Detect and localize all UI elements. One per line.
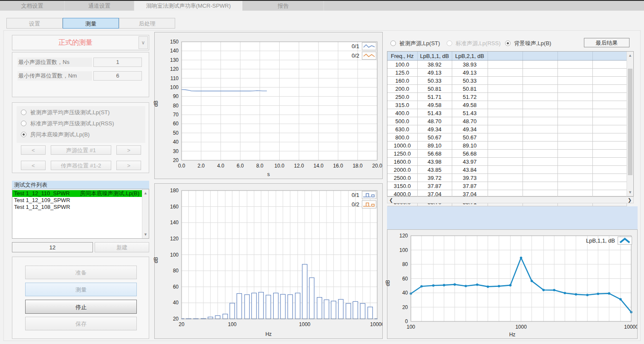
source-position-button[interactable]: 声源位置 #1 bbox=[51, 145, 111, 155]
test-file-list[interactable]: Test 1_12_110_SPWR房间本底噪声测试,Lp(B)Test 1_1… bbox=[12, 189, 149, 239]
table-row[interactable]: 200.050.8150.81 bbox=[387, 85, 627, 93]
list-item[interactable]: Test 1_12_110_SPWR房间本底噪声测试,Lp(B) bbox=[12, 190, 142, 197]
table-cell[interactable]: 2000.0 bbox=[387, 166, 417, 174]
radio-circle-icon[interactable] bbox=[21, 110, 26, 115]
prepare-button[interactable]: 准备 bbox=[25, 266, 137, 279]
mic-prev-button[interactable]: < bbox=[21, 161, 46, 170]
mic-next-button[interactable]: > bbox=[116, 161, 141, 170]
table-cell[interactable]: 50.33 bbox=[417, 77, 452, 85]
tab-document-settings[interactable]: 文档设置 bbox=[0, 1, 65, 11]
table-cell[interactable]: 1000.0 bbox=[387, 142, 417, 150]
table-cell[interactable] bbox=[488, 101, 523, 109]
table-cell[interactable] bbox=[557, 69, 592, 77]
list-item[interactable]: Test 1_12_109_SPWR bbox=[12, 197, 142, 204]
table-cell[interactable] bbox=[557, 142, 592, 150]
subtab-postprocess[interactable]: 后处理 bbox=[119, 18, 175, 29]
table-cell[interactable] bbox=[523, 109, 557, 117]
tab-channel-settings[interactable]: 通道设置 bbox=[65, 1, 134, 11]
table-row[interactable]: 1000.089.1089.10 bbox=[387, 142, 627, 150]
subtab-measure[interactable]: 测量 bbox=[63, 18, 119, 29]
table-cell[interactable]: 43.98 bbox=[417, 158, 452, 166]
scroll-up-icon[interactable]: ▲ bbox=[627, 52, 633, 58]
table-cell[interactable] bbox=[557, 101, 592, 109]
table-cell[interactable]: 800.0 bbox=[387, 133, 417, 142]
table-cell[interactable] bbox=[592, 109, 627, 117]
table-cell[interactable]: 51.43 bbox=[452, 109, 488, 117]
table-cell[interactable]: 51.71 bbox=[417, 93, 452, 101]
table-hscrollbar[interactable]: ❮ ❯ bbox=[387, 197, 634, 203]
table-cell[interactable] bbox=[592, 101, 627, 109]
view-radio-lp-st[interactable]: 被测声源,Lp(ST) bbox=[390, 40, 440, 47]
table-cell[interactable] bbox=[523, 101, 557, 109]
table-row[interactable]: 2000.043.8543.84 bbox=[387, 166, 627, 174]
table-cell[interactable]: 200.0 bbox=[387, 85, 417, 93]
table-cell[interactable] bbox=[592, 85, 627, 93]
table-row[interactable]: 1250.056.6856.68 bbox=[387, 150, 627, 158]
table-cell[interactable] bbox=[488, 166, 523, 174]
table-cell[interactable]: 49.13 bbox=[417, 69, 452, 77]
table-cell[interactable] bbox=[592, 117, 627, 125]
chevron-down-icon[interactable]: ∨ bbox=[139, 36, 148, 49]
scroll-down-icon[interactable]: ▼ bbox=[142, 231, 149, 237]
table-row[interactable]: 800.050.6750.67 bbox=[387, 133, 627, 142]
table-cell[interactable]: 50.67 bbox=[452, 133, 488, 142]
table-cell[interactable] bbox=[592, 69, 627, 77]
table-cell[interactable] bbox=[557, 133, 592, 142]
table-cell[interactable] bbox=[488, 182, 523, 190]
table-cell[interactable]: 43.97 bbox=[452, 158, 488, 166]
scroll-up-icon[interactable]: ▲ bbox=[142, 190, 149, 196]
table-cell[interactable]: 100.0 bbox=[387, 61, 417, 69]
table-cell[interactable]: 49.34 bbox=[417, 125, 452, 133]
table-cell[interactable] bbox=[557, 182, 592, 190]
table-cell[interactable]: 89.10 bbox=[417, 142, 452, 150]
radio-circle-icon[interactable] bbox=[505, 40, 511, 46]
table-cell[interactable]: 56.68 bbox=[452, 150, 488, 158]
source-prev-button[interactable]: < bbox=[21, 145, 46, 155]
table-cell[interactable] bbox=[523, 150, 557, 158]
view-radio-lp-rss[interactable]: 标准声源,Lp(RSS) bbox=[447, 40, 500, 47]
table-cell[interactable] bbox=[523, 69, 557, 77]
table-cell[interactable] bbox=[523, 166, 557, 174]
table-cell[interactable] bbox=[592, 182, 627, 190]
list-item[interactable]: Test 1_12_108_SPWR bbox=[12, 204, 142, 211]
table-cell[interactable] bbox=[523, 142, 557, 150]
table-cell[interactable]: 250.0 bbox=[387, 93, 417, 101]
table-cell[interactable] bbox=[557, 77, 592, 85]
table-cell[interactable]: 48.70 bbox=[417, 117, 452, 125]
table-cell[interactable] bbox=[592, 133, 627, 142]
table-cell[interactable] bbox=[488, 77, 523, 85]
final-result-button[interactable]: 最后结果 bbox=[584, 38, 630, 47]
table-cell[interactable] bbox=[488, 174, 523, 182]
file-count-field[interactable]: 12 bbox=[12, 242, 93, 252]
table-cell[interactable] bbox=[557, 109, 592, 117]
table-row[interactable]: 250.051.7151.72 bbox=[387, 93, 627, 101]
table-cell[interactable] bbox=[523, 133, 557, 142]
subtab-settings[interactable]: 设置 bbox=[6, 18, 63, 29]
table-cell[interactable]: 315.0 bbox=[387, 101, 417, 109]
table-cell[interactable] bbox=[557, 85, 592, 93]
table-cell[interactable] bbox=[557, 93, 592, 101]
source-next-button[interactable]: > bbox=[116, 145, 141, 155]
table-cell[interactable]: 1600.0 bbox=[387, 158, 417, 166]
table-cell[interactable]: 38.93 bbox=[452, 61, 488, 69]
table-cell[interactable] bbox=[592, 142, 627, 150]
table-cell[interactable]: 49.58 bbox=[452, 101, 488, 109]
table-cell[interactable]: 37.87 bbox=[452, 182, 488, 190]
table-cell[interactable] bbox=[523, 85, 557, 93]
table-cell[interactable]: 56.68 bbox=[417, 150, 452, 158]
table-row[interactable]: 630.049.3449.34 bbox=[387, 125, 627, 133]
table-cell[interactable]: 37.87 bbox=[417, 182, 452, 190]
table-cell[interactable] bbox=[557, 125, 592, 133]
table-cell[interactable]: 49.58 bbox=[417, 101, 452, 109]
table-cell[interactable]: 49.13 bbox=[452, 69, 488, 77]
table-cell[interactable]: 51.72 bbox=[452, 93, 488, 101]
table-scrollbar[interactable]: ▲ ▼ bbox=[627, 52, 633, 196]
scroll-down-icon[interactable]: ▼ bbox=[627, 189, 633, 195]
table-cell[interactable] bbox=[523, 93, 557, 101]
file-list-scrollbar[interactable]: ▲ ▼ bbox=[142, 189, 149, 238]
mic-position-button[interactable]: 传声器位置 #1-2 bbox=[51, 161, 111, 170]
tab-report[interactable]: 报告 bbox=[243, 1, 324, 11]
table-row[interactable]: 1600.043.9843.97 bbox=[387, 158, 627, 166]
table-cell[interactable]: 39.73 bbox=[452, 174, 488, 182]
table-cell[interactable] bbox=[488, 85, 523, 93]
